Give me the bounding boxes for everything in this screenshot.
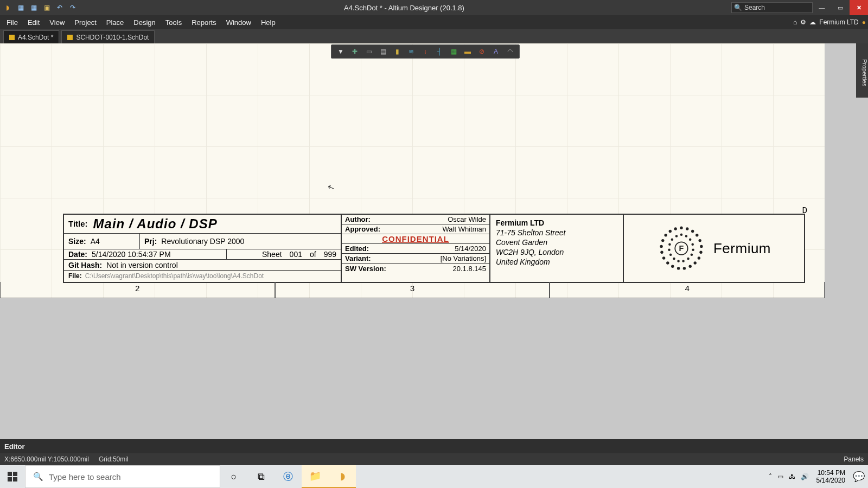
company-addr-2: Covent Garden [496,237,617,247]
action-center-button[interactable]: 💬 [850,465,868,488]
start-button[interactable] [0,465,25,488]
title-value: Main / Audio / DSP [93,216,218,232]
menu-help[interactable]: Help [257,17,280,28]
cortana-button[interactable]: ○ [220,465,247,488]
close-button[interactable]: ✕ [850,0,868,15]
schematic-canvas[interactable]: D Title: Main / Audio / DSP Size: A4 Prj… [0,43,825,298]
redo-icon[interactable]: ↷ [68,3,77,12]
svg-point-37 [675,235,678,237]
place-group-icon[interactable]: ▤ [378,47,388,56]
place-netlabel-icon[interactable]: ≋ [406,47,416,56]
search-placeholder: Search [744,4,765,11]
gear-icon[interactable]: ⚙ [800,18,806,26]
save-all-icon[interactable]: ▦ [29,3,38,12]
taskbar-clock[interactable]: 10:54 PM 5/14/2020 [812,469,850,484]
svg-point-11 [688,265,691,268]
user-org-label[interactable]: Fermium LTD [819,18,858,26]
svg-point-22 [674,227,676,230]
save-icon[interactable]: ▦ [16,3,25,12]
undo-icon[interactable]: ↶ [55,3,64,12]
panels-button[interactable]: Panels [844,455,864,463]
author-value: Oscar Wilde [448,215,486,223]
sheet-column-ruler: 2 3 4 [0,282,825,298]
tray-battery-icon[interactable]: ▭ [777,473,783,480]
file-value: C:\Users\vagrant\Desktop\this\path\is\wa… [85,272,264,280]
search-box[interactable]: 🔍 Search [731,2,813,13]
svg-rect-41 [13,477,17,481]
place-noerc-icon[interactable]: ⊘ [477,47,487,56]
approved-value: Walt Whitman [443,225,486,233]
schematic-active-bar[interactable]: ▼ ✚ ▭ ▤ ▮ ≋ ↓ ┤ ▦ ▬ ⊘ A ◠ [331,44,520,59]
place-arc-icon[interactable]: ◠ [505,47,515,56]
menu-design[interactable]: Design [129,17,159,28]
svg-point-5 [695,234,698,236]
svg-point-12 [683,267,686,269]
company-name: Fermium LTD [496,218,617,228]
place-cross-icon[interactable]: ✚ [350,47,360,56]
explorer-button[interactable]: 📁 [302,465,329,488]
search-icon: 🔍 [33,472,43,481]
svg-point-27 [692,248,694,251]
date-value: 5/14/2020 10:54:37 PM [92,250,171,259]
sheet-label: Sheet [262,250,282,259]
company-addr-3: WC2H 9JQ, London [496,247,617,257]
svg-text:F: F [679,244,684,253]
status-bar: X:6650.000mil Y:1050.000mil Grid:50mil P… [0,453,868,465]
tray-network-icon[interactable]: 🖧 [789,473,795,480]
windows-taskbar: 🔍 Type here to search ○ ⧉ ⓔ 📁 ◗ ˄ ▭ 🖧 🔊 … [0,465,868,488]
place-power-icon[interactable]: ↓ [420,47,430,56]
author-label: Author: [345,215,371,223]
cloud-icon[interactable]: ☁ [809,18,816,26]
svg-point-33 [669,253,672,256]
variant-value: [No Variations] [441,254,486,262]
svg-point-8 [699,251,702,254]
place-port-icon[interactable]: ┤ [435,47,444,56]
tab-label: A4.SchDot * [18,34,53,41]
place-text-icon[interactable]: A [491,47,501,56]
sheet-total: 999 [324,250,336,259]
svg-rect-40 [8,477,12,481]
menu-project[interactable]: Project [70,17,100,28]
svg-point-13 [677,267,680,269]
menu-tools[interactable]: Tools [161,17,186,28]
menu-view[interactable]: View [45,17,69,28]
place-harness-icon[interactable]: ▬ [463,47,473,56]
place-bus-icon[interactable]: ▮ [392,47,402,56]
editor-tab[interactable]: Editor [0,439,868,453]
properties-panel-tab[interactable]: Properties [856,43,868,98]
taskbar-search[interactable]: 🔍 Type here to search [25,465,220,488]
menu-file[interactable]: File [2,17,22,28]
tray-volume-icon[interactable]: 🔊 [801,473,809,480]
tab-schdot-0010[interactable]: SCHDOT-0010-1.SchDot [61,30,155,43]
svg-point-15 [666,261,669,264]
home-icon[interactable]: ⌂ [793,18,797,26]
edited-value: 5/14/2020 [455,245,486,253]
svg-point-10 [693,261,696,264]
tray-chevron-icon[interactable]: ˄ [769,473,772,480]
menu-reports[interactable]: Reports [187,17,221,28]
place-sheet-icon[interactable]: ▦ [449,47,458,56]
git-value: Not in version control [106,261,178,269]
svg-rect-39 [13,472,17,476]
open-icon[interactable]: ▣ [42,3,51,12]
svg-point-18 [660,245,662,248]
filter-icon[interactable]: ▼ [336,47,346,56]
fermium-logo-icon: F [657,224,706,273]
svg-point-9 [698,256,700,259]
menu-place[interactable]: Place [102,17,129,28]
task-view-button[interactable]: ⧉ [247,465,275,488]
minimize-button[interactable]: — [813,0,831,15]
edge-button[interactable]: ⓔ [275,465,302,488]
altium-taskbar-button[interactable]: ◗ [329,465,356,488]
svg-point-14 [671,265,674,268]
place-rect-icon[interactable]: ▭ [364,47,374,56]
svg-rect-38 [8,472,12,476]
git-label: Git Hash: [68,261,102,269]
maximize-button[interactable]: ▭ [831,0,850,15]
svg-point-17 [660,251,663,254]
svg-point-6 [698,239,701,242]
menu-window[interactable]: Window [222,17,256,28]
user-avatar-icon[interactable]: ● [862,18,866,26]
tab-a4-schdot[interactable]: A4.SchDot * [3,30,59,43]
menu-edit[interactable]: Edit [23,17,44,28]
